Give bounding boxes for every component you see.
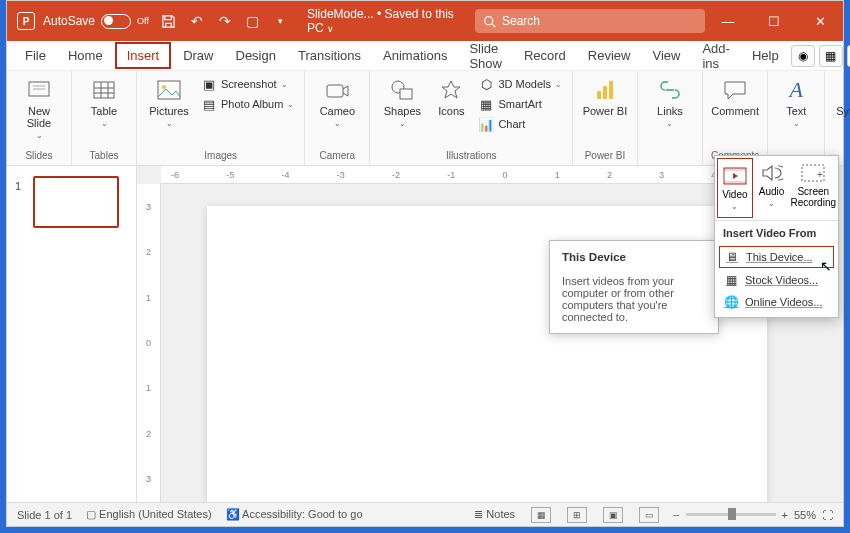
ribbon-tabs: File Home Insert Draw Design Transitions… (7, 41, 843, 71)
svg-rect-14 (400, 89, 412, 99)
slideshow-view-icon[interactable]: ▭ (639, 507, 659, 523)
powerbi-icon (592, 77, 618, 103)
tab-record[interactable]: Record (514, 44, 576, 67)
pictures-button[interactable]: Pictures ⌄ (145, 75, 193, 128)
group-slides: New Slide ⌄ Slides (7, 71, 72, 165)
present-mode-button[interactable]: ▦ (819, 45, 843, 67)
shapes-button[interactable]: Shapes ⌄ (378, 75, 426, 128)
chevron-down-icon: ⌄ (731, 202, 738, 211)
3d-models-button[interactable]: ⬡3D Models ⌄ (476, 75, 564, 93)
language-status[interactable]: ▢ English (United States) (86, 508, 212, 521)
tab-review[interactable]: Review (578, 44, 641, 67)
powerbi-label: Power BI (583, 105, 628, 117)
chart-button[interactable]: 📊Chart (476, 115, 564, 133)
slide-thumbnail[interactable] (33, 176, 119, 228)
vertical-ruler[interactable]: 3210123 (137, 184, 161, 502)
titlebar: P AutoSave Off ↶ ↷ ▢ ▾ SlideMode... • Sa… (7, 1, 843, 41)
icons-button[interactable]: Icons (432, 75, 470, 117)
insert-video-this-device[interactable]: 🖥This Device... (719, 246, 834, 268)
tab-add-ins[interactable]: Add-ins (692, 37, 739, 75)
camera-mode-button[interactable]: ◉ (791, 45, 815, 67)
maximize-button[interactable]: ☐ (751, 1, 797, 41)
tab-draw[interactable]: Draw (173, 44, 223, 67)
svg-rect-16 (603, 86, 607, 99)
tooltip-this-device: This Device Insert videos from your comp… (549, 240, 719, 334)
audio-button[interactable]: Audio ⌄ (755, 156, 789, 220)
tab-file[interactable]: File (15, 44, 56, 67)
cameo-button[interactable]: Cameo ⌄ (313, 75, 361, 128)
group-label-illustrations: Illustrations (446, 148, 497, 165)
close-button[interactable]: ✕ (797, 1, 843, 41)
save-icon[interactable] (161, 13, 177, 29)
autosave-label: AutoSave (43, 14, 95, 28)
symbols-button[interactable]: Ω Symbols ⌄ (833, 75, 850, 128)
svg-rect-15 (597, 91, 601, 99)
zoom-control[interactable]: − + 55% ⛶ (673, 509, 833, 521)
slide-count[interactable]: Slide 1 of 1 (17, 509, 72, 521)
autosave[interactable]: AutoSave Off (43, 14, 149, 29)
tooltip-body: Insert videos from your computer or from… (562, 275, 674, 323)
search-input[interactable] (502, 14, 697, 28)
chart-icon: 📊 (478, 116, 494, 132)
video-button[interactable]: Video ⌄ (717, 158, 753, 218)
group-tables: Table ⌄ Tables (72, 71, 137, 165)
links-label: Links (657, 105, 683, 117)
comments-button[interactable]: ✎ (847, 45, 850, 67)
group-links: Links ⌄ (638, 71, 703, 165)
powerbi-button[interactable]: Power BI (581, 75, 629, 117)
zoom-value[interactable]: 55% (794, 509, 816, 521)
text-button[interactable]: A Text ⌄ (776, 75, 816, 128)
insert-video-online[interactable]: 🌐Online Videos... (715, 291, 838, 317)
links-button[interactable]: Links ⌄ (646, 75, 694, 128)
symbols-icon: Ω (844, 77, 850, 103)
screen-recording-icon: + (800, 162, 826, 184)
app-icon: P (17, 12, 35, 30)
tab-design[interactable]: Design (226, 44, 286, 67)
icons-label: Icons (438, 105, 464, 117)
svg-point-0 (485, 16, 493, 24)
svg-rect-10 (158, 81, 180, 99)
svg-text:+: + (817, 169, 823, 180)
group-text: A Text ⌄ (768, 71, 825, 165)
zoom-in-icon[interactable]: + (782, 509, 788, 521)
accessibility-status[interactable]: ♿ Accessibility: Good to go (226, 508, 363, 521)
table-label: Table (91, 105, 117, 117)
table-button[interactable]: Table ⌄ (80, 75, 128, 128)
undo-icon[interactable]: ↶ (189, 13, 205, 29)
qat-more-icon[interactable]: ▾ (273, 13, 289, 29)
media-dropdown: Video ⌄ Audio ⌄ + Screen Recording Inser… (714, 155, 839, 318)
normal-view-icon[interactable]: ▦ (531, 507, 551, 523)
tab-insert[interactable]: Insert (115, 42, 172, 69)
sorter-view-icon[interactable]: ⊞ (567, 507, 587, 523)
group-comments: Comment Comments (703, 71, 768, 165)
redo-icon[interactable]: ↷ (217, 13, 233, 29)
tab-transitions[interactable]: Transitions (288, 44, 371, 67)
screen-recording-button[interactable]: + Screen Recording (788, 156, 838, 220)
fit-view-icon[interactable]: ⛶ (822, 509, 833, 521)
photo-album-button[interactable]: ▤Photo Album ⌄ (199, 95, 296, 113)
smartart-button[interactable]: ▦SmartArt (476, 95, 564, 113)
tab-animations[interactable]: Animations (373, 44, 457, 67)
insert-video-stock[interactable]: ▦Stock Videos... (715, 269, 838, 291)
comment-button[interactable]: Comment (711, 75, 759, 117)
tab-slide-show[interactable]: Slide Show (459, 37, 512, 75)
zoom-slider[interactable] (686, 513, 776, 516)
present-icon[interactable]: ▢ (245, 13, 261, 29)
group-images: Pictures ⌄ ▣Screenshot ⌄ ▤Photo Album ⌄ … (137, 71, 305, 165)
tab-view[interactable]: View (642, 44, 690, 67)
slide-thumbnail-panel[interactable]: 1 (7, 166, 137, 502)
ribbon: New Slide ⌄ Slides Table ⌄ Tables Pictur (7, 71, 843, 166)
reading-view-icon[interactable]: ▣ (603, 507, 623, 523)
minimize-button[interactable]: — (705, 1, 751, 41)
tab-help[interactable]: Help (742, 44, 789, 67)
tab-home[interactable]: Home (58, 44, 113, 67)
zoom-out-icon[interactable]: − (673, 509, 679, 521)
notes-button[interactable]: ≣ Notes (474, 508, 515, 521)
document-name[interactable]: SlideMode... • Saved to this PC ∨ (307, 7, 461, 35)
chevron-down-icon: ⌄ (166, 119, 173, 128)
chevron-down-icon: ⌄ (793, 119, 800, 128)
new-slide-button[interactable]: New Slide ⌄ (15, 75, 63, 140)
screenshot-button[interactable]: ▣Screenshot ⌄ (199, 75, 296, 93)
search-box[interactable] (475, 9, 705, 33)
autosave-toggle[interactable] (101, 14, 131, 29)
